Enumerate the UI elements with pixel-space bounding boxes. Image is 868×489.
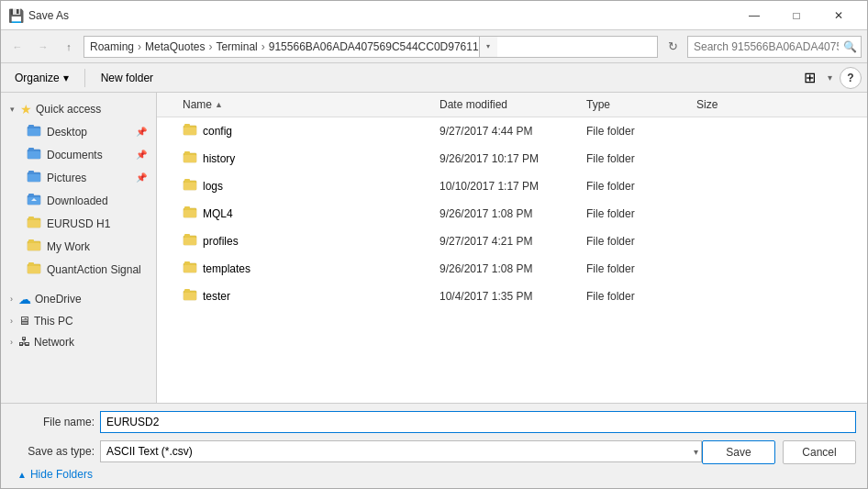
column-header-name[interactable]: Name ▲ (175, 96, 432, 113)
file-type-cell: File folder (579, 123, 689, 139)
help-button[interactable]: ? (840, 67, 862, 89)
file-size-cell (689, 239, 762, 243)
file-type-cell: File folder (579, 233, 689, 250)
bottom-buttons: Save Cancel (702, 439, 856, 464)
pictures-icon (27, 169, 41, 186)
onedrive-arrow: › (10, 295, 13, 304)
svg-rect-5 (28, 148, 34, 151)
documents-pin-icon: 📌 (136, 150, 147, 160)
svg-rect-14 (28, 220, 40, 228)
bottom-section: File name: Save as type: ASCII Text (*.c… (1, 403, 867, 488)
table-row[interactable]: MQL4 9/26/2017 1:08 PM File folder (157, 200, 867, 228)
svg-rect-17 (28, 243, 40, 250)
back-button[interactable]: ← (6, 36, 28, 58)
minimize-button[interactable]: — (733, 1, 775, 30)
file-name-cell: config (175, 120, 432, 141)
view-options-button[interactable]: ⊞ (798, 67, 820, 89)
table-row[interactable]: history 9/26/2017 10:17 PM File folder (157, 145, 867, 172)
breadcrumb-part-4: 915566BA06ADA407569C544CC0D97611 (269, 40, 479, 53)
svg-rect-24 (184, 124, 190, 128)
file-name-cell: profiles (175, 230, 432, 251)
sidebar-item-pictures[interactable]: Pictures 📌 (1, 166, 156, 189)
folder-icon (183, 232, 197, 250)
close-button[interactable]: ✕ (818, 1, 860, 30)
table-row[interactable]: config 9/27/2017 4:44 PM File folder (157, 117, 867, 145)
search-icon: 🔍 (843, 40, 857, 53)
quick-access-arrow: ▾ (10, 105, 15, 114)
eurusd-folder-icon (27, 215, 41, 232)
table-row[interactable]: templates 9/26/2017 1:08 PM File folder (157, 255, 867, 283)
cancel-button[interactable]: Cancel (783, 440, 856, 464)
sidebar-item-quantaction[interactable]: QuantAction Signal (1, 258, 156, 281)
table-row[interactable]: profiles 9/27/2017 4:21 PM File folder (157, 228, 867, 255)
breadcrumb-part-3: Terminal (216, 40, 257, 53)
window-title: Save As (28, 9, 733, 22)
bottom-row: Save as type: ASCII Text (*.csv) All Fil… (12, 439, 856, 464)
sidebar-quick-access[interactable]: ▾ ★ Quick access (1, 98, 156, 120)
hide-folders-row[interactable]: ▲ Hide Folders (12, 464, 856, 481)
svg-rect-32 (184, 210, 196, 217)
breadcrumb: Roaming › MetaQuotes › Terminal › 915566… (90, 40, 479, 53)
svg-rect-21 (28, 262, 34, 266)
organize-button[interactable]: Organize ▾ (6, 67, 77, 89)
address-dropdown-button[interactable]: ▾ (479, 36, 497, 58)
svg-rect-42 (184, 289, 190, 293)
column-header-type[interactable]: Type (579, 96, 689, 113)
documents-icon (27, 146, 41, 163)
file-list: Name ▲ Date modified Type Size (157, 93, 867, 403)
network-icon: 🖧 (18, 335, 30, 349)
file-name-cell: templates (175, 258, 432, 279)
maximize-button[interactable]: □ (775, 1, 818, 30)
breadcrumb-part-1: Roaming (90, 40, 134, 53)
up-button[interactable]: ↑ (58, 36, 80, 58)
svg-rect-11 (28, 194, 34, 197)
toolbar: Organize ▾ New folder ⊞ ▾ ? (1, 63, 867, 93)
file-type-cell: File folder (579, 178, 689, 194)
search-input[interactable] (694, 40, 839, 53)
downloaded-icon (27, 192, 41, 209)
refresh-button[interactable]: ↻ (662, 36, 684, 58)
svg-rect-23 (184, 128, 196, 135)
mywork-folder-icon (27, 238, 41, 255)
sidebar-thispc[interactable]: › 🖥 This PC (1, 310, 156, 331)
sidebar-item-eurusd[interactable]: EURUSD H1 (1, 212, 156, 235)
search-box: 🔍 (687, 36, 862, 58)
svg-rect-1 (28, 128, 40, 136)
svg-rect-36 (184, 234, 190, 238)
file-size-cell (689, 157, 762, 161)
sidebar-item-desktop[interactable]: Desktop 📌 (1, 120, 156, 143)
new-folder-button[interactable]: New folder (93, 67, 161, 89)
file-type-cell: File folder (579, 206, 689, 222)
column-header-date[interactable]: Date modified (432, 96, 579, 113)
filetype-label: Save as type: (12, 445, 95, 458)
address-box[interactable]: Roaming › MetaQuotes › Terminal › 915566… (83, 36, 658, 58)
file-date-cell: 10/4/2017 1:35 PM (432, 288, 579, 305)
save-button[interactable]: Save (702, 440, 775, 464)
sidebar-item-mywork[interactable]: My Work (1, 235, 156, 258)
sidebar-onedrive[interactable]: › ☁ OneDrive (1, 288, 156, 310)
svg-rect-27 (184, 151, 190, 155)
table-row[interactable]: tester 10/4/2017 1:35 PM File folder (157, 283, 867, 310)
sidebar-network[interactable]: › 🖧 Network (1, 331, 156, 352)
file-name-cell: MQL4 (175, 203, 432, 224)
file-type-cell: File folder (579, 288, 689, 305)
sidebar: ▾ ★ Quick access Desktop 📌 (1, 93, 157, 403)
filetype-select-wrapper: ASCII Text (*.csv) All Files (*.*) ▾ (100, 440, 702, 462)
sort-arrow-name: ▲ (215, 100, 223, 109)
svg-rect-20 (28, 266, 40, 273)
svg-rect-15 (28, 217, 34, 220)
filetype-row: Save as type: ASCII Text (*.csv) All Fil… (12, 440, 702, 462)
column-header-size[interactable]: Size (689, 96, 762, 113)
filetype-select[interactable]: ASCII Text (*.csv) All Files (*.*) (100, 440, 702, 462)
file-name-cell: history (175, 148, 432, 169)
pictures-pin-icon: 📌 (136, 172, 147, 183)
sidebar-item-documents[interactable]: Documents 📌 (1, 143, 156, 166)
sidebar-item-downloaded[interactable]: Downloaded (1, 189, 156, 212)
filename-input[interactable] (100, 411, 856, 433)
folder-icon (183, 287, 197, 305)
pin-icon: 📌 (136, 127, 147, 137)
file-list-header: Name ▲ Date modified Type Size (157, 93, 867, 117)
forward-button[interactable]: → (32, 36, 54, 58)
folder-icon (183, 122, 197, 139)
table-row[interactable]: logs 10/10/2017 1:17 PM File folder (157, 172, 867, 200)
